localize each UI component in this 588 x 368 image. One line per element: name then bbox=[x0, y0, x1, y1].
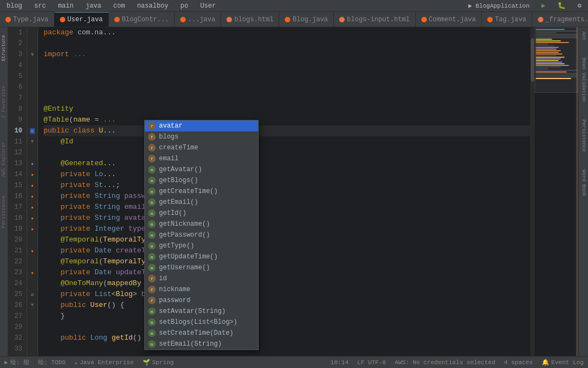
favorites-panel-label[interactable]: 2 Favorites bbox=[1, 82, 7, 121]
line-numbers: 1 2 3 4 5 6 7 8 9 10 11 12 13 14 15 16 1… bbox=[8, 27, 27, 356]
tab-blogs-input-html[interactable]: blogs-input.html bbox=[334, 12, 415, 27]
ac-item-setcreatetime[interactable]: m setCreateTime(Date) bbox=[145, 328, 258, 339]
method-icon: m bbox=[148, 198, 156, 206]
ac-item-getid[interactable]: m getId() bbox=[145, 208, 258, 219]
ac-item-getavatar[interactable]: m getAvatar() bbox=[145, 164, 258, 175]
ac-item-getcreatetime[interactable]: m getCreateTime() bbox=[145, 186, 258, 197]
status-spring[interactable]: 🌱 Spring bbox=[143, 359, 174, 366]
ac-item-id[interactable]: f id bbox=[145, 273, 258, 284]
code-line-19: private Integer type; bbox=[44, 224, 530, 234]
debug-button[interactable]: 🐛 bbox=[555, 1, 568, 11]
ac-item-avatar[interactable]: f avatar bbox=[145, 120, 258, 131]
code-line-4 bbox=[44, 60, 530, 71]
ac-item-getnickname[interactable]: m getNickname() bbox=[145, 219, 258, 230]
ac-item-gettype[interactable]: m getType() bbox=[145, 240, 258, 251]
ac-item-setavatar[interactable]: m setAvatar(String) bbox=[145, 306, 258, 317]
code-line-18: private String avatar; bbox=[44, 213, 530, 224]
code-line-15: private St...; bbox=[44, 180, 530, 191]
tab-user-java[interactable]: User.java bbox=[54, 12, 109, 27]
ac-item-nickname[interactable]: f nickname bbox=[145, 284, 258, 295]
html-icon bbox=[339, 17, 345, 22]
tab-tag-java[interactable]: Tag.java bbox=[482, 12, 532, 27]
autocomplete-dropdown[interactable]: f avatar f blogs f createTime f email m bbox=[144, 120, 259, 350]
status-encoding[interactable]: LF UTF-8 bbox=[357, 359, 386, 366]
tab-type-java[interactable]: Type.java bbox=[0, 12, 54, 27]
status-todo[interactable]: 绘: TODO bbox=[38, 358, 66, 366]
left-panel-labels: Structure 2 Favorites AWS Explorer Persi… bbox=[0, 27, 8, 356]
code-line-22: @Temporal(TemporalType.TIMESTAMP) bbox=[44, 256, 530, 267]
status-position[interactable]: 10:14 bbox=[330, 359, 348, 366]
tab-blogs-html[interactable]: blogs.html bbox=[221, 12, 279, 27]
code-line-10: public class U... bbox=[44, 125, 530, 136]
wordbook-label[interactable]: Word Book bbox=[581, 167, 586, 198]
ac-item-createtime[interactable]: f createTime bbox=[145, 142, 258, 153]
html-icon bbox=[538, 17, 543, 22]
bean-validation-label[interactable]: Bean Validation bbox=[581, 56, 586, 104]
minimap[interactable] bbox=[535, 27, 578, 356]
vertical-scrollbar[interactable] bbox=[530, 27, 535, 356]
ac-item-setblogs[interactable]: m setBlogs(List<Blog>) bbox=[145, 317, 258, 328]
method-icon: m bbox=[148, 264, 156, 272]
menu-src[interactable]: src bbox=[32, 1, 48, 11]
code-line-26: public User() { bbox=[44, 300, 530, 311]
ac-item-getupdatetime[interactable]: m getUpdateTime() bbox=[145, 251, 258, 262]
code-line-11: @Id bbox=[44, 136, 530, 147]
code-line-16: private String password; bbox=[44, 191, 530, 202]
persistence-panel-label[interactable]: Persistence bbox=[1, 192, 7, 231]
app-name[interactable]: ▶ BlogApplication bbox=[466, 1, 531, 10]
method-icon: m bbox=[148, 177, 156, 184]
tab-fragments-html[interactable]: _fragments.html bbox=[532, 12, 588, 27]
tab-blogcontr[interactable]: BlogContr... bbox=[109, 12, 175, 27]
menu-com[interactable]: com bbox=[111, 1, 127, 11]
method-icon: m bbox=[148, 242, 156, 250]
field-icon: f bbox=[148, 297, 156, 304]
right-tool-panel: Ant Bean Validation Persistence Word Boo… bbox=[578, 27, 588, 356]
code-line-31 bbox=[44, 354, 530, 356]
status-tabs[interactable]: ▶ 绘: 组 bbox=[4, 358, 29, 366]
status-bar: ▶ 绘: 组 绘: TODO ☕ Java Enterprise 🌱 Sprin… bbox=[0, 356, 588, 368]
code-line-24: @OneToMany(mappedBy = "user") bbox=[44, 278, 530, 289]
scrollbar-thumb[interactable] bbox=[531, 38, 534, 82]
method-icon: m bbox=[148, 329, 156, 337]
menu-nasalboy[interactable]: nasalboy bbox=[135, 1, 171, 11]
html-icon bbox=[226, 17, 232, 22]
tab-java-dot[interactable]: ...java bbox=[175, 12, 221, 27]
tab-blog-java[interactable]: Blog.java bbox=[279, 12, 334, 27]
status-aws[interactable]: AWS: No credentials selected bbox=[395, 359, 495, 366]
ac-item-email[interactable]: f email bbox=[145, 153, 258, 164]
ac-item-blogs[interactable]: f blogs bbox=[145, 131, 258, 142]
java-icon bbox=[421, 17, 427, 22]
code-editor[interactable]: package com.na... import ... @Entity @Ta… bbox=[38, 27, 530, 356]
menu-blog[interactable]: blog bbox=[4, 1, 24, 11]
method-icon: m bbox=[148, 318, 156, 326]
ac-item-password[interactable]: f password bbox=[145, 295, 258, 306]
status-java-enterprise[interactable]: ☕ Java Enterprise bbox=[74, 359, 133, 366]
java-icon bbox=[487, 17, 493, 22]
menu-user[interactable]: User bbox=[198, 1, 218, 11]
java-icon bbox=[60, 17, 65, 22]
run-button[interactable]: ▶ bbox=[540, 1, 548, 11]
tab-comment-java[interactable]: Comment.java bbox=[416, 12, 482, 27]
ac-item-getpassword[interactable]: m getPassword() bbox=[145, 230, 258, 240]
persistence-right-label[interactable]: Persistence bbox=[581, 117, 586, 154]
menu-java[interactable]: java bbox=[83, 1, 103, 11]
ac-item-getusername[interactable]: m getUsername() bbox=[145, 262, 258, 273]
tab-bar: Type.java User.java BlogContr... ...java… bbox=[0, 12, 588, 27]
gutter: ▼ ⊞ ▼ ● ● ● ● ● ● ● ● ● ♻ ▼ bbox=[27, 27, 38, 356]
structure-panel-label[interactable]: Structure bbox=[1, 32, 7, 65]
code-line-28 bbox=[44, 322, 530, 333]
ac-item-setemail[interactable]: m setEmail(String) bbox=[145, 339, 258, 349]
menu-main[interactable]: main bbox=[56, 1, 76, 11]
code-line-17: private String email; bbox=[44, 202, 530, 213]
settings-button[interactable]: ⚙ bbox=[575, 1, 584, 11]
ant-panel-label[interactable]: Ant bbox=[581, 29, 586, 43]
code-line-9: @Table(name = ... bbox=[44, 114, 530, 125]
status-indent[interactable]: 4 spaces bbox=[504, 359, 533, 366]
code-line-30 bbox=[44, 343, 530, 354]
aws-panel-label[interactable]: AWS Explorer bbox=[1, 138, 7, 180]
status-event-log[interactable]: 🔔 Event Log bbox=[542, 359, 584, 366]
ac-item-getemail[interactable]: m getEmail() bbox=[145, 197, 258, 208]
code-line-20: @Temporal(TemporalType.TIMESTAMP) bbox=[44, 234, 530, 245]
ac-item-getblogs[interactable]: m getBlogs() bbox=[145, 175, 258, 186]
menu-po[interactable]: po bbox=[178, 1, 190, 11]
